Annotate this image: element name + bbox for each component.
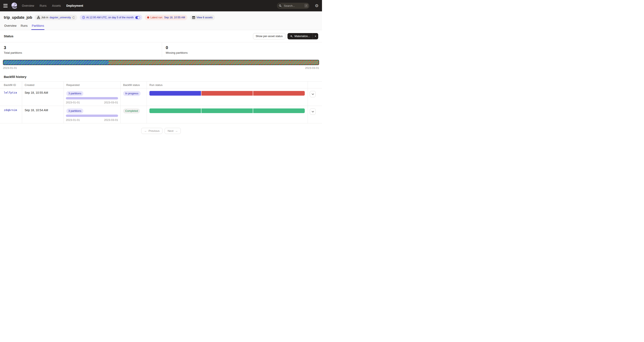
created-timestamp: Sep 18, 10:54 AM: [22, 109, 64, 112]
schedule-label: At 12:00 AM UTC, on day 5 of the month: [86, 16, 134, 19]
arrow-right-icon: →: [175, 129, 178, 132]
requested-range-bar: [66, 115, 118, 117]
tab-runs[interactable]: Runs: [20, 24, 28, 30]
materialize-dropdown-button[interactable]: ▾: [313, 33, 318, 39]
missing-partitions-value: 0: [166, 45, 188, 50]
status-actions: Show per-asset status Materialize... ▾: [253, 33, 318, 39]
next-page-button[interactable]: Next →: [164, 128, 180, 134]
top-nav: Overview Runs Assets Deployment Search..…: [0, 0, 322, 11]
requested-range-labels: 2023-01-01 2023-03-01: [66, 118, 118, 122]
requested-end-date: 2023-03-01: [104, 118, 118, 122]
search-placeholder: Search...: [284, 4, 304, 7]
col-requested: Requested: [64, 82, 120, 88]
col-expand: [308, 82, 322, 88]
chevron-down-icon: [312, 111, 314, 112]
requested-start-date: 2023-01-01: [66, 118, 80, 122]
refresh-icon[interactable]: [72, 16, 75, 19]
materialize-split-button: Materialize... ▾: [288, 33, 318, 39]
partition-bar-labels: 2023-01-01 2023-03-01: [0, 66, 322, 70]
backfill-id-link[interactable]: lelfptza: [0, 91, 22, 94]
gear-icon[interactable]: ⚙: [315, 4, 319, 8]
nav-item-deployment[interactable]: Deployment: [66, 4, 83, 7]
table-row: zdqbrnim Sep 18, 10:54 AM 3 partitions 2…: [0, 106, 322, 123]
backfill-id-link[interactable]: zdqbrnim: [0, 109, 22, 112]
run-status-bar[interactable]: [150, 91, 305, 96]
partition-status-bar[interactable]: [3, 60, 319, 65]
code-location-link[interactable]: dagster_university: [50, 16, 71, 19]
show-per-asset-status-button[interactable]: Show per-asset status: [253, 33, 286, 39]
view-assets-badge: View 6 assets: [190, 15, 215, 20]
run-segment-failure: [253, 91, 305, 96]
backfill-history-heading: Backfill history: [4, 75, 318, 79]
requested-partitions-pill[interactable]: 3 partitions: [66, 109, 83, 114]
pagination: ← Previous Next →: [0, 128, 322, 134]
latest-run-badge: Latest run: Sep 18, 10:55 AM: [145, 15, 187, 20]
requested-end-date: 2023-03-01: [104, 101, 118, 104]
backfill-history-table: Backfill ID Created Requested Backfill s…: [0, 81, 322, 123]
previous-page-button[interactable]: ← Previous: [141, 128, 162, 134]
partition-status-bar-wrap: [0, 60, 322, 65]
run-segment-failure: [202, 91, 253, 96]
requested-range-labels: 2023-01-01 2023-03-01: [66, 101, 118, 104]
requested-partitions-pill[interactable]: 3 partitions: [66, 91, 83, 96]
run-segment-in_progress: [150, 91, 201, 96]
nav-item-runs[interactable]: Runs: [40, 4, 46, 7]
status-section: Status Show per-asset status Materialize…: [0, 30, 322, 70]
run-segment-success: [253, 109, 305, 113]
tab-overview[interactable]: Overview: [4, 24, 17, 30]
partition-bar-segment-failure-success: [108, 60, 319, 65]
nav-item-assets[interactable]: Assets: [52, 4, 61, 7]
chevron-down-icon: [312, 94, 314, 95]
search-input[interactable]: Search... /: [277, 3, 309, 9]
backfill-status-pill: Completed: [123, 109, 140, 114]
partition-counts: 3 Total partitions 0 Missing partitions: [0, 42, 322, 57]
latest-run-label: Latest run:: [150, 16, 163, 19]
search-icon: [278, 3, 282, 8]
job-graph-icon: [37, 16, 40, 19]
latest-run-link[interactable]: Sep 18, 10:55 AM: [164, 16, 185, 19]
job-tabs: Overview Runs Partitions: [0, 24, 322, 30]
nav-item-overview[interactable]: Overview: [22, 4, 34, 7]
status-heading: Status: [4, 34, 14, 38]
run-segment-success: [202, 109, 253, 113]
table-header-row: Backfill ID Created Requested Backfill s…: [0, 81, 322, 89]
created-timestamp: Sep 18, 10:55 AM: [22, 91, 64, 94]
col-backfill-status: Backfill status: [120, 82, 147, 88]
expand-row-button[interactable]: [310, 109, 316, 115]
partition-bar-segment-inprogress-success: [3, 60, 108, 65]
status-row: Status Show per-asset status Materialize…: [0, 30, 322, 42]
primary-nav: Overview Runs Assets Deployment: [22, 4, 83, 7]
grid-icon: [192, 16, 195, 19]
total-partitions-cell: 3 Total partitions: [0, 42, 162, 57]
materialize-button[interactable]: Materialize...: [288, 33, 312, 39]
job-location-badge: Job in dagster_university: [35, 15, 77, 20]
run-segment-success: [150, 109, 201, 113]
expand-row-button[interactable]: [310, 91, 316, 97]
schedule-toggle[interactable]: [135, 16, 140, 19]
missing-partitions-cell: 0 Missing partitions: [162, 42, 192, 57]
dagster-logo[interactable]: [11, 2, 18, 9]
hamburger-icon[interactable]: [3, 4, 8, 7]
tab-partitions[interactable]: Partitions: [31, 24, 44, 30]
page-title: trip_update_job: [4, 15, 32, 20]
col-created: Created: [22, 82, 64, 88]
backfill-status-pill: In progress: [123, 91, 140, 96]
requested-range-bar: [66, 97, 118, 99]
run-status-dot: [147, 17, 149, 19]
job-location-prefix: Job in: [41, 16, 48, 19]
partition-bar-end-label: 2023-03-01: [305, 66, 319, 70]
schedule-badge: At 12:00 AM UTC, on day 5 of the month: [80, 15, 142, 20]
run-status-bar[interactable]: [150, 109, 305, 113]
arrow-left-icon: ←: [144, 129, 147, 132]
partition-bar-start-label: 2023-01-01: [3, 66, 17, 70]
requested-start-date: 2023-01-01: [66, 101, 80, 104]
col-backfill-id: Backfill ID: [0, 82, 22, 88]
slash-shortcut-badge: /: [304, 4, 308, 8]
table-row: lelfptza Sep 18, 10:55 AM 3 partitions 2…: [0, 89, 322, 106]
clock-icon: [82, 16, 85, 19]
missing-partitions-label: Missing partitions: [166, 51, 188, 54]
job-header: trip_update_job Job in dagster_universit…: [0, 11, 322, 30]
total-partitions-label: Total partitions: [4, 51, 158, 54]
view-assets-link[interactable]: View 6 assets: [196, 16, 212, 19]
col-run-status: Run status: [147, 82, 308, 88]
